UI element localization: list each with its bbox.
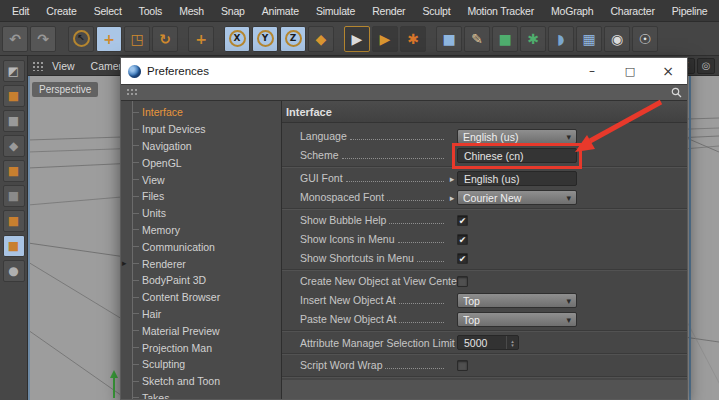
sidebar-item-communication[interactable]: Communication xyxy=(121,238,281,255)
x-axis-lock-button[interactable]: X xyxy=(224,26,250,52)
preferences-panel: Interface Language English (us) ▾ Scheme xyxy=(282,101,687,399)
last-used-tool-icon: + xyxy=(195,32,207,46)
divider xyxy=(282,269,687,271)
minimize-button[interactable]: – xyxy=(573,58,611,84)
sidebar-item-takes[interactable]: Takes xyxy=(121,390,281,399)
create-new-object-checkbox[interactable] xyxy=(457,276,468,287)
add-spline-button[interactable]: ✎ xyxy=(464,26,490,52)
z-axis-lock-button[interactable]: Z xyxy=(280,26,306,52)
dialog-titlebar[interactable]: Preferences – □ × xyxy=(121,58,687,84)
sidebar-item-memory[interactable]: Memory xyxy=(121,222,281,239)
sidebar-item-hair[interactable]: Hair xyxy=(121,306,281,323)
redo-button[interactable]: ↷ xyxy=(30,26,56,52)
live-selection-button[interactable]: ↖ xyxy=(68,26,94,52)
mode-toolbar: ◩■■◆■■■■● xyxy=(0,56,28,400)
make-editable-button[interactable]: ◩ xyxy=(3,60,25,82)
polygons-mode-button[interactable]: ■ xyxy=(3,210,25,232)
menu-render[interactable]: Render xyxy=(372,5,405,17)
sidebar-item-material-preview[interactable]: Material Preview xyxy=(121,322,281,339)
texture-mode-button[interactable]: ■ xyxy=(3,110,25,132)
add-environment-button[interactable]: ▦ xyxy=(576,26,602,52)
points-mode-button[interactable]: ■ xyxy=(3,160,25,182)
menu-mograph[interactable]: MoGraph xyxy=(551,5,593,17)
language-dropdown[interactable]: English (us) ▾ xyxy=(457,129,577,144)
rotate-view-icon[interactable]: ◎ xyxy=(697,58,715,74)
projection-menu[interactable]: Perspective xyxy=(32,82,98,97)
y-axis-lock-button[interactable]: Y xyxy=(252,26,278,52)
viewport-active-border xyxy=(28,76,30,400)
menu-character[interactable]: Character xyxy=(610,5,654,17)
scale-button[interactable]: ◳ xyxy=(124,26,150,52)
dropdown-arrow-icon: ▾ xyxy=(566,132,571,142)
sidebar-item-opengl[interactable]: OpenGL xyxy=(121,154,281,171)
menu-select[interactable]: Select xyxy=(94,5,122,17)
app-window: EditCreateSelectToolsMeshSnapAnimateSimu… xyxy=(0,0,719,400)
script-word-wrap-checkbox[interactable] xyxy=(457,360,468,371)
render-to-picture-viewer-button[interactable]: ▶ xyxy=(372,26,398,52)
menu-motion-tracker[interactable]: Motion Tracker xyxy=(467,5,534,17)
move-button[interactable]: + xyxy=(96,26,122,52)
menu-snap[interactable]: Snap xyxy=(221,5,245,17)
sidebar-item-sculpting[interactable]: Sculpting xyxy=(121,356,281,373)
gui-font-row: GUI Font ▸ English (us) xyxy=(282,169,687,188)
workplane-mode-button[interactable]: ◆ xyxy=(3,135,25,157)
scheme-dropdown[interactable]: Chinese (cn) xyxy=(457,148,577,163)
sidebar-item-content-browser[interactable]: Content Browser xyxy=(121,289,281,306)
sidebar-item-navigation[interactable]: Navigation xyxy=(121,138,281,155)
sidebar-item-view[interactable]: View xyxy=(121,171,281,188)
paste-new-object-dropdown[interactable]: Top ▾ xyxy=(457,312,577,327)
spinner-arrows-icon[interactable]: ▴▾ xyxy=(506,336,518,349)
menu-mesh[interactable]: Mesh xyxy=(179,5,204,17)
panel-handle-icon xyxy=(126,88,137,97)
expand-arrow-icon[interactable]: ▸ xyxy=(122,258,127,268)
sidebar-item-renderer[interactable]: ▸Renderer xyxy=(121,255,281,272)
sidebar-item-files[interactable]: Files xyxy=(121,188,281,205)
monospaced-font-dropdown[interactable]: Courier New ▾ xyxy=(457,190,577,205)
polygons-mode-icon: ■ xyxy=(8,215,19,227)
menu-animate[interactable]: Animate xyxy=(262,5,299,17)
menu-sculpt[interactable]: Sculpt xyxy=(422,5,450,17)
undo-button[interactable]: ↶ xyxy=(2,26,28,52)
edges-mode-button[interactable]: ■ xyxy=(3,185,25,207)
tree-dash xyxy=(132,364,139,365)
menu-edit[interactable]: Edit xyxy=(12,5,29,17)
model-mode-button[interactable]: ■ xyxy=(3,85,25,107)
viewport-menu-view[interactable]: View xyxy=(52,60,75,72)
sidebar-item-sketch-and-toon[interactable]: Sketch and Toon xyxy=(121,373,281,390)
dot-leader xyxy=(398,242,444,243)
add-mograph-button[interactable]: ✱ xyxy=(520,26,546,52)
sidebar-item-projection-man[interactable]: Projection Man xyxy=(121,339,281,356)
insert-new-object-dropdown[interactable]: Top ▾ xyxy=(457,293,577,308)
menu-tools[interactable]: Tools xyxy=(139,5,163,17)
add-cube-object-button[interactable]: ■ xyxy=(436,26,462,52)
add-deformer-button[interactable]: ◗ xyxy=(548,26,574,52)
sidebar-item-input-devices[interactable]: Input Devices xyxy=(121,121,281,138)
menu-simulate[interactable]: Simulate xyxy=(316,5,355,17)
close-button[interactable]: × xyxy=(649,58,687,84)
sidebar-item-interface[interactable]: Interface xyxy=(121,104,281,121)
panel-handle-icon[interactable] xyxy=(32,61,44,71)
maximize-button[interactable]: □ xyxy=(611,58,649,84)
panel-splitter[interactable] xyxy=(689,76,691,400)
render-view-button[interactable]: ▶ xyxy=(344,26,370,52)
gui-font-field[interactable]: English (us) xyxy=(457,171,577,186)
coordinate-system-button[interactable]: ◆ xyxy=(308,26,334,52)
axis-mode-button[interactable]: ■ xyxy=(3,235,25,257)
snap-settings-button[interactable]: ● xyxy=(3,260,25,282)
sidebar-item-bodypaint-3d[interactable]: BodyPaint 3D xyxy=(121,272,281,289)
menu-create[interactable]: Create xyxy=(46,5,76,17)
search-icon[interactable] xyxy=(671,87,682,98)
add-generator-button[interactable]: ■ xyxy=(492,26,518,52)
sidebar-item-units[interactable]: Units xyxy=(121,205,281,222)
rotate-button[interactable]: ↻ xyxy=(152,26,178,52)
attribute-limit-spinner[interactable]: 5000 ▴▾ xyxy=(457,335,519,350)
add-light-button[interactable]: ☉ xyxy=(632,26,658,52)
add-camera-button[interactable]: ◉ xyxy=(604,26,630,52)
show-bubble-help-checkbox[interactable]: ✔ xyxy=(457,215,468,226)
show-shortcuts-in-menu-checkbox[interactable]: ✔ xyxy=(457,253,468,264)
preferences-search-bar[interactable] xyxy=(121,84,687,101)
show-icons-in-menu-checkbox[interactable]: ✔ xyxy=(457,234,468,245)
edit-render-settings-button[interactable]: ✱ xyxy=(400,26,426,52)
last-used-tool-button[interactable]: + xyxy=(188,26,214,52)
menu-pipeline[interactable]: Pipeline xyxy=(672,5,708,17)
